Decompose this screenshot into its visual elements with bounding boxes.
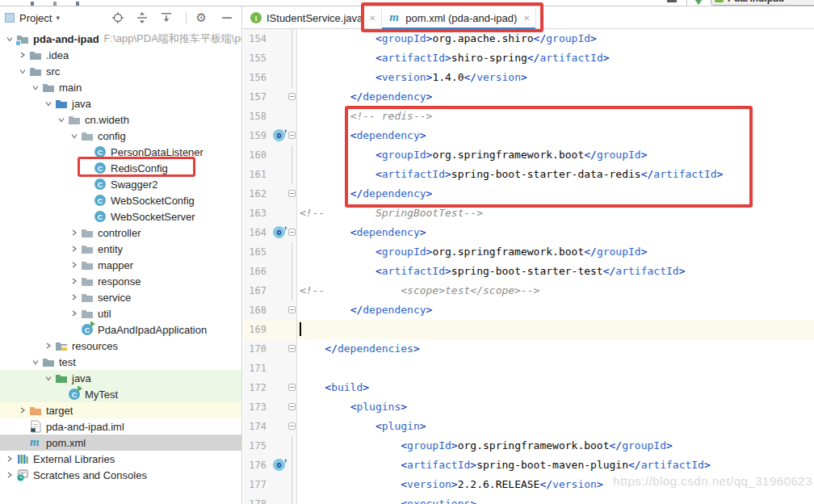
fold-column[interactable]: [288, 242, 297, 262]
tree-item-external-libraries[interactable]: External Libraries: [0, 451, 242, 467]
code-text[interactable]: [297, 320, 814, 339]
code-text[interactable]: <groupId>org.springframework.boot</group…: [297, 436, 814, 456]
code-line-159[interactable]: 159o <dependency>: [243, 126, 814, 145]
code-line-173[interactable]: 173 <plugins>: [243, 397, 814, 417]
fold-column[interactable]: [288, 184, 297, 204]
close-icon[interactable]: ✕: [522, 14, 531, 23]
tree-item-java[interactable]: java: [0, 95, 242, 111]
fold-column[interactable]: [288, 417, 297, 436]
maven-override-icon[interactable]: o: [273, 459, 285, 471]
fold-start-icon[interactable]: [288, 403, 296, 410]
fold-column[interactable]: [288, 397, 297, 417]
chevron-down-icon[interactable]: ▾: [56, 14, 60, 22]
code-text[interactable]: </dependency>: [297, 184, 814, 204]
code-line-157[interactable]: 157 </dependency>: [243, 87, 814, 107]
run-config-dropdown-icon[interactable]: [694, 0, 703, 5]
maven-override-icon[interactable]: o: [273, 129, 285, 141]
code-text[interactable]: <version>2.2.6.RELEASE</version>: [297, 475, 814, 494]
code-line-171[interactable]: 171: [243, 359, 814, 378]
code-line-167[interactable]: 167<!-- <scope>test</scope>-->: [243, 281, 814, 300]
fold-column[interactable]: [288, 107, 297, 126]
code-text[interactable]: <artifactId>shiro-spring</artifactId>: [297, 48, 814, 68]
tree-item-entity[interactable]: entity: [0, 241, 242, 257]
tree-item-controller[interactable]: controller: [0, 225, 242, 241]
tree-item-src[interactable]: src: [0, 63, 242, 79]
code-line-170[interactable]: 170 </dependencies>: [243, 339, 814, 359]
tree-item-scratches-and-consoles[interactable]: Scratches and Consoles: [0, 467, 242, 483]
fold-column[interactable]: [288, 68, 297, 87]
code-text[interactable]: </dependency>: [297, 87, 814, 107]
tab-istudentservice-java[interactable]: IIStudentService.java✕: [243, 6, 382, 29]
code-text[interactable]: </dependency>: [297, 300, 814, 320]
code-text[interactable]: <executions>: [297, 494, 814, 504]
fold-column[interactable]: [288, 359, 297, 378]
fold-column[interactable]: [288, 145, 297, 165]
tree-item-redisconfig[interactable]: CRedisConfig: [0, 160, 242, 176]
fold-end-icon[interactable]: [288, 190, 296, 197]
tree-item-util[interactable]: util: [0, 305, 242, 321]
fold-column[interactable]: [288, 378, 297, 397]
code-text[interactable]: <groupId>org.springframework.boot</group…: [297, 145, 814, 165]
fold-end-icon[interactable]: [288, 93, 296, 100]
code-text[interactable]: <!-- SpringBootTest-->: [297, 204, 814, 223]
code-text[interactable]: <artifactId>spring-boot-starter-data-red…: [297, 165, 814, 184]
code-line-172[interactable]: 172 <build>: [243, 378, 814, 397]
code-text[interactable]: <version>1.4.0</version>: [297, 68, 814, 87]
code-line-163[interactable]: 163<!-- SpringBootTest-->: [243, 204, 814, 223]
fold-column[interactable]: [288, 223, 297, 242]
tab-pom-xml-pda-and-ipad-[interactable]: mpom.xml (pda-and-ipad)✕: [382, 6, 536, 29]
code-line-162[interactable]: 162 </dependency>: [243, 184, 814, 204]
code-text[interactable]: <!-- <scope>test</scope>-->: [297, 281, 814, 300]
project-panel-title[interactable]: Project: [19, 12, 52, 24]
tree-item--idea[interactable]: .idea: [0, 47, 242, 63]
fold-column[interactable]: [288, 320, 297, 339]
toolbar-minus-icon[interactable]: [667, 0, 677, 2]
code-text[interactable]: <!-- redis-->: [297, 107, 814, 126]
tree-item-main[interactable]: main: [0, 79, 242, 95]
code-line-175[interactable]: 175 <groupId>org.springframework.boot</g…: [243, 436, 814, 456]
code-text[interactable]: <plugin>: [297, 417, 814, 436]
tree-item-mapper[interactable]: mapper: [0, 257, 242, 273]
code-line-164[interactable]: 164o <dependency>: [243, 223, 814, 242]
code-line-156[interactable]: 156 <version>1.4.0</version>: [243, 68, 814, 87]
code-text[interactable]: <dependency>: [297, 126, 814, 145]
tree-item-resources[interactable]: resources: [0, 338, 242, 354]
fold-column[interactable]: [288, 204, 297, 223]
fold-column[interactable]: [288, 262, 297, 281]
settings-gear-icon[interactable]: ⚙: [198, 11, 211, 24]
fold-start-icon[interactable]: [288, 229, 296, 236]
fold-column[interactable]: [288, 456, 297, 475]
code-text[interactable]: <artifactId>spring-boot-maven-plugin</ar…: [297, 456, 814, 475]
hide-panel-icon[interactable]: [222, 11, 235, 24]
tree-item-pda-and-ipad[interactable]: pda-and-ipadF:\app\PDA端和推车平板端\pda: [0, 31, 242, 47]
tree-item-websocketserver[interactable]: CWebSocketServer: [0, 208, 242, 225]
code-line-166[interactable]: 166 <artifactId>spring-boot-starter-test…: [243, 262, 814, 281]
expand-collapse-icon[interactable]: [137, 11, 150, 24]
tree-item-mytest[interactable]: CMyTest: [0, 386, 242, 402]
code-line-160[interactable]: 160 <groupId>org.springframework.boot</g…: [243, 145, 814, 165]
tree-item-test[interactable]: test: [0, 354, 242, 370]
fold-column[interactable]: [288, 436, 297, 456]
tree-item-pom-xml[interactable]: mpom.xml: [0, 435, 242, 451]
tree-item-persondatalistener[interactable]: CPersonDataListener: [0, 144, 242, 160]
tree-item-cn-wideth[interactable]: cn.wideth: [0, 111, 242, 128]
maven-override-icon[interactable]: o: [273, 226, 285, 238]
code-line-154[interactable]: 154 <groupId>org.apache.shiro</groupId>: [243, 29, 814, 48]
fold-end-icon[interactable]: [288, 306, 296, 313]
code-line-177[interactable]: 177 <version>2.2.6.RELEASE</version>: [243, 475, 814, 494]
code-text[interactable]: <groupId>org.apache.shiro</groupId>: [297, 29, 814, 48]
close-icon[interactable]: ✕: [368, 14, 376, 23]
fold-column[interactable]: [288, 281, 297, 300]
code-text[interactable]: <build>: [297, 378, 814, 397]
code-text[interactable]: <plugins>: [297, 397, 814, 417]
tree-item-swagger2[interactable]: CSwagger2: [0, 176, 242, 192]
collapse-all-icon[interactable]: [162, 11, 174, 24]
code-line-169[interactable]: 169: [243, 320, 814, 339]
fold-column[interactable]: [288, 165, 297, 184]
code-text[interactable]: [297, 359, 814, 378]
fold-column[interactable]: [288, 300, 297, 320]
fold-end-icon[interactable]: [288, 345, 296, 352]
code-text[interactable]: </dependencies>: [297, 339, 814, 359]
tree-item-pda-and-ipad-iml[interactable]: pda-and-ipad.iml: [0, 418, 242, 435]
code-line-178[interactable]: 178 <executions>: [243, 494, 814, 504]
